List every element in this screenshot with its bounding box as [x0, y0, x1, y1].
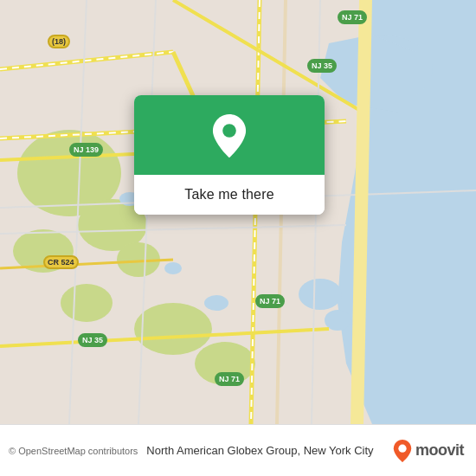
road-badge-nj139: NJ 139 [69, 143, 103, 157]
map-attribution: © OpenStreetMap contributors [9, 446, 138, 456]
svg-point-34 [222, 124, 236, 138]
road-badge-nj71-top: NJ 71 [338, 10, 367, 24]
popup-card: Take me there [134, 95, 325, 215]
map-container: NJ 71 NJ 35 NJ 138 (18) NJ 139 CR 524 NJ… [0, 0, 476, 424]
svg-point-9 [61, 284, 113, 322]
svg-point-4 [299, 279, 342, 310]
moovit-logo: moovit [393, 440, 464, 462]
svg-point-35 [398, 444, 406, 452]
location-pin-icon [207, 114, 252, 159]
moovit-text: moovit [415, 441, 464, 460]
road-badge-r18: (18) [48, 35, 70, 48]
svg-point-15 [204, 295, 228, 311]
svg-point-14 [164, 262, 182, 274]
popup-header [134, 95, 325, 175]
svg-point-10 [134, 303, 212, 355]
moovit-pin-icon [393, 440, 412, 462]
place-name: North American Globex Group, New York Ci… [138, 444, 393, 457]
road-badge-nj35-top: NJ 35 [307, 59, 337, 73]
road-badge-nj71-bot: NJ 71 [215, 372, 244, 386]
road-badge-cr524: CR 524 [43, 255, 79, 269]
take-me-there-button[interactable]: Take me there [134, 175, 325, 215]
road-badge-nj71-mid: NJ 71 [255, 294, 285, 308]
bottom-bar: © OpenStreetMap contributors North Ameri… [0, 424, 476, 476]
road-badge-nj35-mid: NJ 35 [78, 333, 107, 347]
